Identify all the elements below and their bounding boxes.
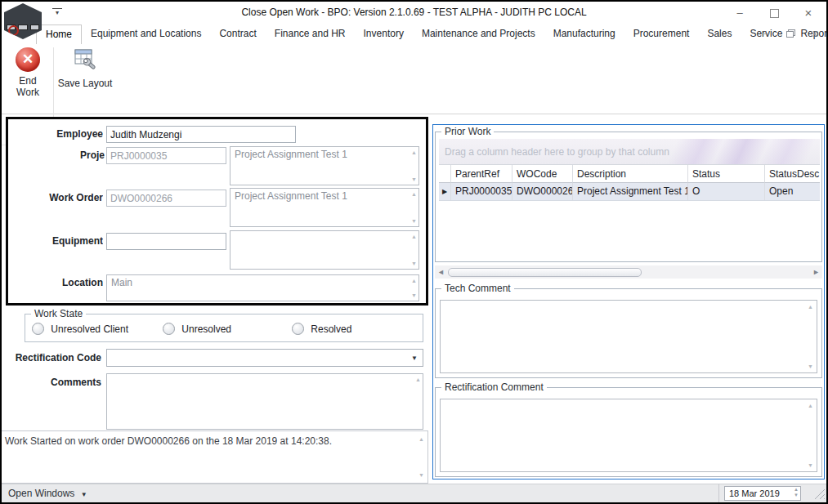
tech-comment-label: Tech Comment <box>441 283 514 294</box>
scroll-up-icon[interactable]: ▲ <box>411 234 417 239</box>
tab-home[interactable]: Home <box>36 25 82 45</box>
prior-work-group: Prior Work Drag a column header here to … <box>435 132 822 262</box>
scroll-up-icon[interactable]: ▲ <box>808 403 813 408</box>
column-header-parentref[interactable]: ParentRef <box>451 165 512 183</box>
employee-label: Employee <box>8 126 103 143</box>
close-icon[interactable]: × <box>797 5 820 21</box>
end-work-label: End Work <box>7 75 49 98</box>
scroll-down-icon[interactable]: ▼ <box>411 292 417 298</box>
column-header-description[interactable]: Description <box>573 165 688 183</box>
cell-parentref: PRJ0000035 <box>451 183 512 200</box>
minimize-icon[interactable]: – <box>728 5 751 21</box>
resize-grip[interactable] <box>813 488 825 499</box>
project-description-textarea[interactable]: Project Assignment Test 1 ▲ ▼ <box>230 146 419 185</box>
status-bar: Open Windows ▼ 18 Mar 2019 ▲▼ <box>2 484 826 503</box>
decorative-wave <box>640 139 820 164</box>
project-label: Proje <box>8 147 105 164</box>
end-work-icon: ✕ <box>16 47 40 72</box>
tab-finance-and-hr[interactable]: Finance and HR <box>266 25 355 44</box>
location-textarea[interactable]: Main ▲ ▼ <box>106 274 419 301</box>
employee-input[interactable] <box>106 126 296 143</box>
project-input[interactable] <box>106 147 226 164</box>
tab-sales[interactable]: Sales <box>698 25 741 44</box>
column-header-status[interactable]: Status <box>688 165 765 183</box>
tab-maintenance-and-projects[interactable]: Maintenance and Projects <box>413 25 544 44</box>
radio-unresolved-client[interactable]: Unresolved Client <box>32 323 128 335</box>
rectification-code-combobox[interactable]: ▼ <box>106 349 423 367</box>
cell-statusdesc: Open <box>765 183 820 200</box>
scroll-up-icon[interactable]: ▲ <box>808 304 813 310</box>
title-bar: ▾ Close Open Work - BPO: Version 2.1.0.6… <box>2 2 826 25</box>
cell-description: Project Assignment Test 1 <box>573 183 688 200</box>
row-indicator-icon: ▶ <box>439 183 451 200</box>
table-row[interactable]: ▶ PRJ0000035 DWO0000266 Project Assignme… <box>439 183 820 201</box>
application-window: ▾ Close Open Work - BPO: Version 2.1.0.6… <box>0 0 828 504</box>
scroll-down-icon[interactable]: ▼ <box>411 218 417 224</box>
scroll-down-icon[interactable]: ▼ <box>411 261 417 266</box>
spinner-icons[interactable]: ▲▼ <box>794 487 799 498</box>
radio-icon <box>32 323 44 335</box>
ribbon-restore-icon[interactable] <box>786 29 795 38</box>
equipment-description-textarea[interactable]: ▲ ▼ <box>230 230 419 270</box>
equipment-input[interactable] <box>106 233 226 250</box>
save-layout-label: Save Layout <box>57 78 113 89</box>
scroll-down-icon[interactable]: ▼ <box>411 176 417 182</box>
horizontal-scrollbar[interactable]: ◄ ► <box>435 265 822 279</box>
save-layout-icon <box>73 47 97 72</box>
maximize-icon[interactable] <box>763 5 785 21</box>
row-indicator-header <box>439 165 451 183</box>
equipment-label: Equipment <box>8 233 103 250</box>
prior-work-label: Prior Work <box>441 126 494 137</box>
work-order-label: Work Order <box>8 190 103 207</box>
ribbon: ✕ End Work Save Layout Process <box>2 44 826 114</box>
scroll-left-icon[interactable]: ◄ <box>437 268 445 276</box>
scroll-up-icon[interactable]: ▲ <box>411 278 417 283</box>
rectification-comment-textarea[interactable]: ▲ ▼ <box>440 399 817 472</box>
radio-unresolved[interactable]: Unresolved <box>163 323 231 335</box>
tab-contract[interactable]: Contract <box>210 25 265 44</box>
location-label: Location <box>8 274 103 292</box>
scroll-up-icon[interactable]: ▲ <box>411 191 417 197</box>
scroll-down-icon[interactable]: ▼ <box>418 472 424 478</box>
ribbon-close-icon[interactable]: x <box>808 27 821 40</box>
comments-textarea[interactable]: ▲ <box>106 373 423 430</box>
save-layout-button[interactable]: Save Layout <box>57 47 113 98</box>
radio-resolved[interactable]: Resolved <box>292 323 351 335</box>
grid-header-row: ParentRef WOCode Description Status Stat… <box>439 165 820 183</box>
work-status-textarea[interactable]: Work Started on work order DWO0000266 on… <box>2 430 428 484</box>
column-header-wocode[interactable]: WOCode <box>512 165 573 183</box>
scroll-down-icon[interactable]: ▼ <box>808 462 813 468</box>
scroll-up-icon[interactable]: ▲ <box>415 377 421 382</box>
work-state-label: Work State <box>31 308 86 319</box>
scroll-up-icon[interactable]: ▲ <box>411 149 417 155</box>
group-by-drop-area[interactable]: Drag a column header here to group by th… <box>439 139 820 165</box>
scroll-up-icon[interactable]: ▲ <box>418 436 424 442</box>
work-order-input[interactable] <box>106 190 226 207</box>
work-order-description-textarea[interactable]: Project Assignment Test 1 ▲ ▼ <box>230 188 419 227</box>
tab-equipment-and-locations[interactable]: Equipment and Locations <box>82 25 210 44</box>
comments-label: Comments <box>2 374 101 391</box>
date-field[interactable]: 18 Mar 2019 ▲▼ <box>724 486 801 501</box>
end-work-button[interactable]: ✕ End Work <box>7 47 49 98</box>
rectification-comment-group: Rectification Comment ▲ ▼ <box>435 387 822 477</box>
tab-inventory[interactable]: Inventory <box>355 25 413 44</box>
column-header-statusdesc[interactable]: StatusDesc <box>765 165 820 183</box>
window-title: Close Open Work - BPO: Version 2.1.0.69 … <box>2 7 826 18</box>
prior-work-panel: Prior Work Drag a column header here to … <box>432 124 825 479</box>
rectification-comment-label: Rectification Comment <box>441 381 547 393</box>
chevron-down-icon[interactable]: ▼ <box>411 355 418 362</box>
ribbon-tab-bar: Home Equipment and Locations Contract Fi… <box>2 25 826 45</box>
radio-icon <box>163 323 175 335</box>
scroll-down-icon[interactable]: ▼ <box>808 364 813 369</box>
tab-procurement[interactable]: Procurement <box>624 25 699 44</box>
scrollbar-thumb[interactable] <box>448 268 642 277</box>
ribbon-minimize-icon[interactable]: – <box>760 27 773 40</box>
tech-comment-textarea[interactable]: ▲ ▼ <box>440 300 817 373</box>
scroll-right-icon[interactable]: ► <box>812 268 820 276</box>
work-status-text: Work Started on work order DWO0000266 on… <box>5 435 332 447</box>
rectification-code-label: Rectification Code <box>2 349 101 367</box>
tab-manufacturing[interactable]: Manufacturing <box>544 25 624 44</box>
chevron-down-icon: ▼ <box>81 491 87 498</box>
radio-icon <box>292 323 304 335</box>
open-windows-menu[interactable]: Open Windows ▼ <box>8 488 87 499</box>
